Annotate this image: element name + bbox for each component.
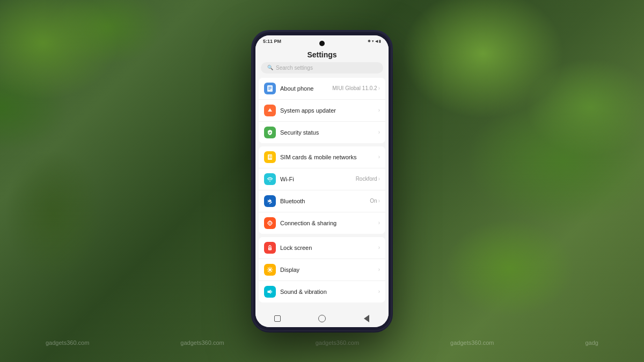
wifi-chevron: › xyxy=(378,176,380,182)
sound-icon xyxy=(264,286,276,298)
settings-item-bluetooth[interactable]: Bluetooth On › xyxy=(259,190,385,212)
settings-list: About phone MIUI Global 11.0.2 › System … xyxy=(255,78,389,309)
about-label: About phone xyxy=(280,85,332,92)
section-connectivity: SIM cards & mobile networks › xyxy=(259,146,385,234)
section-device: Lock screen › xyxy=(259,237,385,302)
settings-item-sound[interactable]: Sound & vibration › xyxy=(259,281,385,302)
search-placeholder-text: Search settings xyxy=(276,65,313,71)
back-icon xyxy=(364,315,369,322)
svg-point-14 xyxy=(269,222,270,223)
home-icon xyxy=(318,315,326,322)
phone-screen: 5:11 PM ✱ ▾ ◀ ▮ Settings 🔍 Search settin… xyxy=(255,35,389,327)
navigation-bar xyxy=(255,309,389,327)
settings-item-display[interactable]: Display › xyxy=(259,259,385,281)
svg-line-29 xyxy=(272,268,272,268)
phone-container: 5:11 PM ✱ ▾ ◀ ▮ Settings 🔍 Search settin… xyxy=(252,31,392,331)
settings-item-system-apps[interactable]: System apps updater › xyxy=(259,100,385,122)
svg-rect-6 xyxy=(269,156,270,157)
svg-rect-7 xyxy=(270,156,272,157)
search-icon: 🔍 xyxy=(267,65,273,70)
status-icons: ✱ ▾ ◀ ▮ xyxy=(368,39,381,43)
security-icon xyxy=(264,127,276,138)
sim-label: SIM cards & mobile networks xyxy=(280,154,377,160)
about-icon xyxy=(264,83,276,94)
wifi-icon xyxy=(264,173,276,185)
settings-item-wifi[interactable]: Wi-Fi Rockford › xyxy=(259,168,385,190)
settings-screen: Settings 🔍 Search settings xyxy=(255,46,389,309)
display-chevron: › xyxy=(378,267,380,272)
svg-point-20 xyxy=(269,248,270,249)
settings-item-lock[interactable]: Lock screen › xyxy=(259,237,385,259)
system-apps-icon xyxy=(264,105,276,116)
sim-chevron: › xyxy=(378,154,380,160)
settings-item-sim[interactable]: SIM cards & mobile networks › xyxy=(259,146,385,168)
svg-point-21 xyxy=(269,268,272,271)
settings-item-about[interactable]: About phone MIUI Global 11.0.2 › xyxy=(259,78,385,100)
lock-chevron: › xyxy=(378,245,380,250)
system-apps-label: System apps updater xyxy=(280,107,377,114)
svg-rect-9 xyxy=(270,157,272,158)
wifi-status-icon: ◀ xyxy=(375,39,378,43)
connection-chevron: › xyxy=(378,220,380,226)
settings-title: Settings xyxy=(255,46,389,62)
display-label: Display xyxy=(280,267,377,273)
sound-chevron: › xyxy=(378,289,380,294)
svg-rect-5 xyxy=(268,154,272,160)
svg-line-28 xyxy=(268,271,269,271)
section-top: About phone MIUI Global 11.0.2 › System … xyxy=(259,78,385,143)
svg-point-10 xyxy=(269,180,270,181)
svg-rect-1 xyxy=(268,87,272,87)
bluetooth-value: On xyxy=(370,198,377,204)
svg-rect-8 xyxy=(269,157,270,158)
wifi-label: Wi-Fi xyxy=(280,176,356,182)
home-button[interactable] xyxy=(317,313,327,324)
recent-apps-icon xyxy=(274,315,281,322)
settings-item-connection[interactable]: Connection & sharing › xyxy=(259,212,385,234)
svg-marker-4 xyxy=(268,108,272,112)
svg-line-26 xyxy=(268,268,269,268)
back-button[interactable] xyxy=(361,313,372,324)
svg-rect-3 xyxy=(268,89,270,90)
connection-icon xyxy=(264,217,276,229)
about-value: MIUI Global 11.0.2 xyxy=(332,85,377,91)
display-icon xyxy=(264,264,276,276)
svg-rect-2 xyxy=(268,88,272,88)
sim-icon xyxy=(264,151,276,163)
svg-line-27 xyxy=(272,271,272,271)
connection-label: Connection & sharing xyxy=(280,220,377,226)
svg-marker-30 xyxy=(268,290,271,294)
signal-icon: ▾ xyxy=(372,39,374,43)
system-apps-chevron: › xyxy=(378,107,380,113)
sound-label: Sound & vibration xyxy=(280,289,377,295)
bluetooth-icon xyxy=(264,195,276,207)
phone-device: 5:11 PM ✱ ▾ ◀ ▮ Settings 🔍 Search settin… xyxy=(252,31,392,331)
bluetooth-chevron: › xyxy=(378,198,380,204)
wifi-value: Rockford xyxy=(356,176,377,182)
about-chevron: › xyxy=(378,85,380,91)
recent-apps-button[interactable] xyxy=(272,313,283,324)
camera-hole xyxy=(319,41,325,46)
lock-label: Lock screen xyxy=(280,245,377,251)
search-bar[interactable]: 🔍 Search settings xyxy=(261,62,383,73)
bluetooth-label: Bluetooth xyxy=(280,198,370,204)
security-label: Security status xyxy=(280,129,377,136)
security-chevron: › xyxy=(378,129,380,135)
bluetooth-status-icon: ✱ xyxy=(368,39,371,43)
status-time: 5:11 PM xyxy=(263,39,281,44)
lock-icon xyxy=(264,242,276,254)
battery-icon: ▮ xyxy=(379,39,381,43)
settings-item-security[interactable]: Security status › xyxy=(259,122,385,143)
